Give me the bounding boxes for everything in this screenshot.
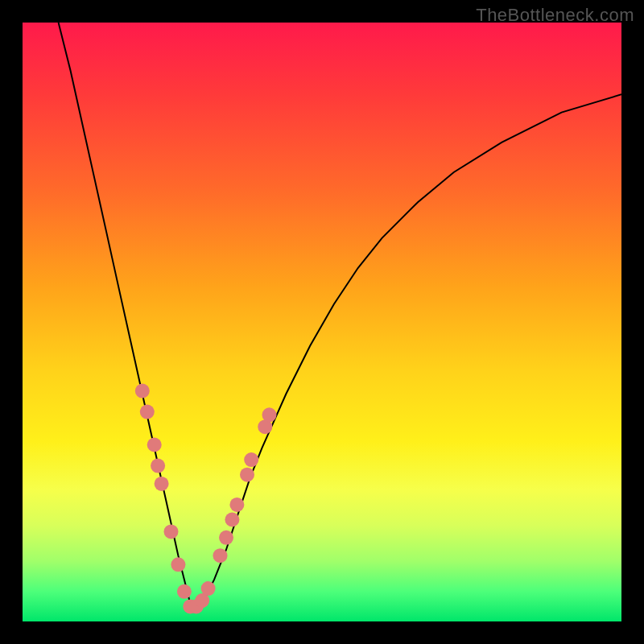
- chart-frame: TheBottleneck.com: [0, 0, 644, 644]
- curve-marker: [213, 548, 228, 563]
- curve-marker: [244, 452, 258, 467]
- curve-marker: [140, 405, 155, 419]
- curve-marker: [147, 438, 162, 452]
- plot-area: [23, 23, 621, 621]
- curve-svg: [23, 23, 621, 621]
- curve-marker: [164, 524, 179, 539]
- curve-marker: [155, 477, 169, 491]
- curve-marker: [201, 581, 216, 596]
- curve-marker: [171, 557, 185, 572]
- bottleneck-curve: [59, 23, 621, 609]
- marker-group: [135, 384, 277, 614]
- curve-marker: [240, 468, 254, 482]
- curve-marker: [219, 530, 233, 545]
- curve-marker: [262, 407, 277, 422]
- curve-marker: [225, 513, 239, 527]
- watermark-text: TheBottleneck.com: [476, 5, 634, 26]
- curve-marker: [135, 384, 150, 398]
- curve-marker: [229, 497, 244, 512]
- curve-marker: [177, 584, 192, 599]
- curve-marker: [151, 459, 165, 473]
